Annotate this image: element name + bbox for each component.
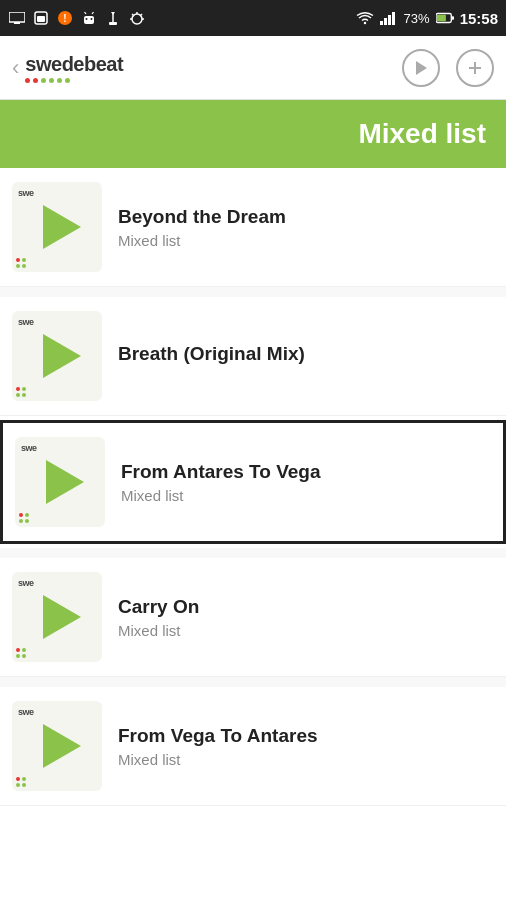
sim-icon (32, 9, 50, 27)
svg-rect-1 (14, 22, 20, 24)
svg-marker-27 (416, 61, 427, 75)
dot-5 (57, 78, 62, 83)
svg-point-8 (91, 18, 93, 20)
spacer-3 (0, 677, 506, 687)
thumb-logo-1: swe (18, 188, 34, 198)
dot-4 (49, 78, 54, 83)
svg-rect-23 (392, 12, 395, 25)
dot-3 (41, 78, 46, 83)
top-bar-left: ‹ swedebeat (12, 53, 123, 83)
track-item-3[interactable]: swe From Antares To Vega Mixed list (0, 420, 506, 544)
track-thumb-5: swe (12, 701, 102, 791)
top-bar: ‹ swedebeat (0, 36, 506, 100)
debug-icon (128, 9, 146, 27)
logo-text: swedebeat (25, 53, 123, 76)
dot-1 (25, 78, 30, 83)
track-item-2[interactable]: swe Breath (Original Mix) (0, 297, 506, 416)
track-subtitle-3: Mixed list (121, 487, 321, 504)
svg-text:!: ! (63, 13, 66, 24)
thumb-logo-5: swe (18, 707, 34, 717)
thumb-logo-2: swe (18, 317, 34, 327)
logo: swedebeat (25, 53, 123, 83)
track-item-1[interactable]: swe Beyond the Dream Mixed list (0, 168, 506, 287)
svg-rect-6 (84, 16, 94, 24)
track-subtitle-1: Mixed list (118, 232, 286, 249)
play-icon-1 (43, 205, 81, 249)
svg-rect-20 (380, 21, 383, 25)
svg-rect-0 (9, 12, 25, 22)
svg-marker-13 (111, 12, 115, 15)
track-info-3: From Antares To Vega Mixed list (121, 461, 321, 504)
track-info-5: From Vega To Antares Mixed list (118, 725, 318, 768)
svg-rect-25 (437, 15, 446, 21)
track-thumb-3: swe (15, 437, 105, 527)
mixed-list-title: Mixed list (358, 118, 486, 150)
thumb-logo-4: swe (18, 578, 34, 588)
battery-icon (436, 9, 454, 27)
spacer-2 (0, 548, 506, 558)
android-icon (80, 9, 98, 27)
screen-icon (8, 9, 26, 27)
track-title-5: From Vega To Antares (118, 725, 318, 747)
track-subtitle-4: Mixed list (118, 622, 199, 639)
thumb-dots-5 (16, 777, 26, 787)
svg-rect-26 (451, 16, 453, 20)
track-item-4[interactable]: swe Carry On Mixed list (0, 558, 506, 677)
status-bar-right: 73% 15:58 (356, 9, 498, 27)
track-list: swe Beyond the Dream Mixed list swe (0, 168, 506, 806)
back-button[interactable]: ‹ (12, 55, 19, 81)
clock: 15:58 (460, 10, 498, 27)
notification-icon: ! (56, 9, 74, 27)
track-info-4: Carry On Mixed list (118, 596, 199, 639)
track-title-3: From Antares To Vega (121, 461, 321, 483)
thumb-dots-4 (16, 648, 26, 658)
thumb-logo-3: swe (21, 443, 37, 453)
thumb-dots-3 (19, 513, 29, 523)
wifi-icon (356, 9, 374, 27)
track-title-4: Carry On (118, 596, 199, 618)
play-icon-5 (43, 724, 81, 768)
status-bar: ! (0, 0, 506, 36)
dot-2 (33, 78, 38, 83)
thumb-dots-1 (16, 258, 26, 268)
track-thumb-2: swe (12, 311, 102, 401)
svg-rect-3 (37, 16, 45, 22)
track-thumb-4: swe (12, 572, 102, 662)
status-bar-icons: ! (8, 9, 146, 27)
track-title-1: Beyond the Dream (118, 206, 286, 228)
track-info-1: Beyond the Dream Mixed list (118, 206, 286, 249)
track-item-5[interactable]: swe From Vega To Antares Mixed list (0, 687, 506, 806)
top-bar-right (402, 49, 494, 87)
play-icon-3 (46, 460, 84, 504)
usb-icon (104, 9, 122, 27)
spacer-1 (0, 287, 506, 297)
add-button[interactable] (456, 49, 494, 87)
thumb-dots-2 (16, 387, 26, 397)
play-icon-4 (43, 595, 81, 639)
track-thumb-1: swe (12, 182, 102, 272)
mixed-list-header: Mixed list (0, 100, 506, 168)
signal-icon (380, 9, 398, 27)
logo-dots (25, 78, 70, 83)
svg-rect-22 (388, 15, 391, 25)
track-info-2: Breath (Original Mix) (118, 343, 305, 369)
battery-percentage: 73% (404, 11, 430, 26)
svg-line-10 (92, 12, 94, 14)
svg-point-7 (86, 18, 88, 20)
svg-line-9 (85, 12, 87, 14)
play-icon-2 (43, 334, 81, 378)
track-subtitle-5: Mixed list (118, 751, 318, 768)
dot-6 (65, 78, 70, 83)
svg-rect-12 (109, 22, 117, 25)
svg-rect-21 (384, 18, 387, 25)
track-title-2: Breath (Original Mix) (118, 343, 305, 365)
play-button[interactable] (402, 49, 440, 87)
